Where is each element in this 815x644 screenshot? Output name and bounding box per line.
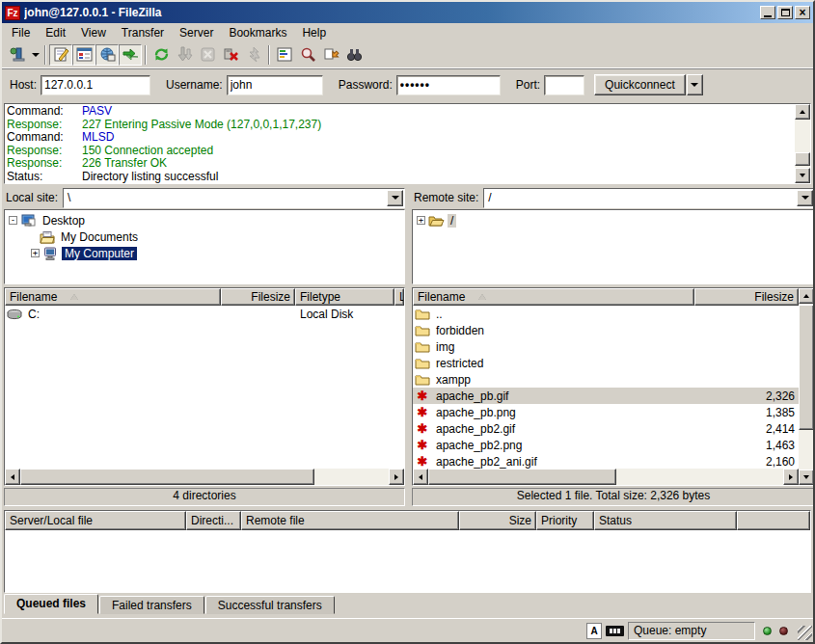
column-header-filetype[interactable]: Filetype [295,288,394,306]
column-header-priority[interactable]: Priority [536,511,594,530]
disconnect-button[interactable] [219,44,242,66]
log-label: Command: [7,105,82,119]
scroll-up-button[interactable] [795,104,810,120]
collapse-expander[interactable]: - [9,216,17,225]
remote-site-combo[interactable]: / [483,188,815,208]
column-header-empty [737,511,810,530]
toggle-transfer-queue-button[interactable] [119,44,142,66]
file-row[interactable]: img [413,338,799,355]
expand-expander[interactable]: + [417,216,425,225]
resize-grip[interactable] [798,626,812,640]
scroll-down-button[interactable] [795,168,810,183]
minimize-button[interactable] [760,6,775,19]
column-header-size[interactable]: Size [459,511,536,530]
file-row[interactable]: restricted [413,355,799,371]
directory-filter-button[interactable] [273,44,296,66]
password-label: Password: [339,78,393,92]
menu-help[interactable]: Help [294,24,334,41]
file-row[interactable]: .. [413,306,799,322]
menu-view[interactable]: View [73,24,114,41]
scroll-up-button[interactable] [799,288,814,304]
process-queue-button[interactable] [173,44,196,66]
file-row[interactable]: xampp [413,371,799,388]
tree-item-desktop[interactable]: - Desktop [5,212,404,228]
scroll-right-button[interactable] [389,469,404,485]
tab-successful-transfers[interactable]: Successful transfers [205,596,335,614]
remote-tree-pane: Remote site: / + / [412,187,815,284]
cancel-button[interactable] [196,44,219,66]
tab-queued-files[interactable]: Queued files [4,594,98,614]
toggle-local-tree-button[interactable] [72,44,95,66]
port-input[interactable] [544,75,584,95]
scroll-thumb[interactable] [428,469,616,485]
scroll-right-button[interactable] [783,469,799,485]
chevron-down-icon [691,83,698,87]
host-input[interactable] [41,75,150,95]
column-header-status[interactable]: Status [594,511,737,530]
username-input[interactable] [227,75,323,95]
menu-bookmarks[interactable]: Bookmarks [221,24,294,41]
maximize-button[interactable] [777,6,793,19]
toggle-remote-tree-button[interactable] [95,44,119,66]
column-label: Filetype [300,290,340,304]
column-header-filename[interactable]: Filename [5,288,221,306]
expand-expander[interactable]: + [31,249,40,257]
menu-server[interactable]: Server [172,24,221,41]
tree-item-root[interactable]: + / [413,212,814,228]
file-row[interactable]: forbidden [413,322,799,338]
column-header-remote-file[interactable]: Remote file [241,511,459,530]
column-header-filename[interactable]: Filename [413,288,694,306]
open-folder-icon [428,213,445,228]
site-manager-button[interactable] [6,44,29,66]
scroll-left-button[interactable] [413,469,428,485]
log-scrollbar[interactable] [795,104,810,183]
site-manager-dropdown[interactable] [29,44,41,66]
password-input[interactable] [396,75,501,95]
toggle-message-log-button[interactable] [49,44,72,66]
menu-transfer[interactable]: Transfer [114,24,172,41]
column-label: Remote file [246,514,305,527]
file-row[interactable]: ✱ apache_pb2.gif 2,414 [413,420,799,437]
file-row-selected[interactable]: ✱ apache_pb.gif 2,326 [413,388,799,404]
remote-site-dropdown[interactable] [797,190,813,206]
column-label: Filename [418,290,465,304]
binoculars-icon [346,46,363,63]
remote-v-scrollbar[interactable] [799,288,814,485]
local-site-combo[interactable]: \ [63,188,405,208]
menu-edit[interactable]: Edit [38,24,73,41]
scroll-left-button[interactable] [5,469,20,485]
directory-comparison-button[interactable] [296,44,319,66]
quickconnect-dropdown[interactable] [687,74,703,95]
remote-h-scrollbar[interactable] [413,469,799,485]
close-button[interactable]: × [795,6,810,19]
remote-list-content: Filename Filesize .. forbidden [413,288,799,485]
file-size: 1,463 [702,439,799,452]
local-h-scrollbar[interactable] [5,469,404,485]
reconnect-button[interactable] [242,44,265,66]
tab-failed-transfers[interactable]: Failed transfers [99,596,204,614]
tree-item-my-computer[interactable]: + My Computer [5,245,404,261]
file-row[interactable]: ✱ apache_pb2.png 1,463 [413,437,799,453]
synchronized-browsing-button[interactable] [319,44,342,66]
column-header-lastmodified[interactable]: L [394,288,404,306]
local-site-dropdown[interactable] [387,190,403,206]
find-files-button[interactable] [342,44,366,66]
file-row[interactable]: ✱ apache_pb2_ani.gif 2,160 [413,453,799,469]
column-header-filesize[interactable]: Filesize [694,288,799,306]
column-header-server-local-file[interactable]: Server/Local file [5,511,186,530]
column-header-direction[interactable]: Directi... [186,511,241,530]
scroll-thumb[interactable] [795,152,810,166]
tree-item-my-documents[interactable]: My Documents [5,228,404,245]
scroll-thumb[interactable] [799,305,814,430]
scroll-thumb[interactable] [20,469,314,485]
refresh-button[interactable] [149,44,173,66]
column-header-filesize[interactable]: Filesize [221,288,295,306]
file-row-c-drive[interactable]: C: Local Disk [5,306,404,322]
menu-file[interactable]: File [4,24,38,41]
log-label: Response: [7,157,82,171]
quickconnect-button[interactable]: Quickconnect [594,74,686,95]
file-row[interactable]: ✱ apache_pb.png 1,385 [413,404,799,420]
scroll-down-button[interactable] [799,470,814,485]
site-manager-icon [10,46,26,63]
remote-tree-icon [99,46,116,63]
